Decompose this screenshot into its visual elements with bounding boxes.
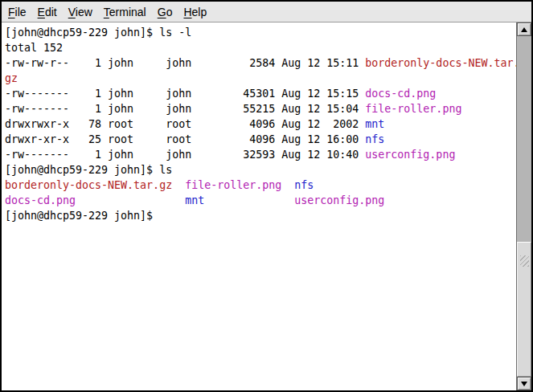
terminal-content: [john@dhcp59-229 john]$ ls -ltotal 152-r… xyxy=(2,22,531,390)
terminal-text: drwxr-xr-x 25 root root 4096 Aug 12 16:0… xyxy=(5,133,365,145)
terminal-line: [john@dhcp59-229 john]$ ls -l xyxy=(5,25,516,40)
terminal-screen[interactable]: [john@dhcp59-229 john]$ ls -ltotal 152-r… xyxy=(2,22,516,390)
file-name: mnt xyxy=(185,194,204,206)
menu-terminal[interactable]: Terminal xyxy=(98,2,152,22)
menu-go[interactable]: Go xyxy=(152,2,178,22)
menu-file-label: File xyxy=(8,6,27,18)
terminal-line: -rw------- 1 john john 55215 Aug 12 15:0… xyxy=(5,101,516,116)
terminal-line: drwxr-xr-x 25 root root 4096 Aug 12 16:0… xyxy=(5,132,516,147)
terminal-line: [john@dhcp59-229 john]$ xyxy=(5,208,516,223)
file-name: nfs xyxy=(365,133,384,145)
file-name: mnt xyxy=(365,118,384,130)
terminal-text xyxy=(76,194,185,206)
terminal-text: -rw------- 1 john john 32593 Aug 12 10:4… xyxy=(5,149,365,161)
menu-help[interactable]: Help xyxy=(178,2,212,22)
menu-file[interactable]: File xyxy=(2,2,32,22)
terminal-text: [john@dhcp59-229 john]$ ls -l xyxy=(5,27,191,39)
menu-edit[interactable]: Edit xyxy=(32,2,63,22)
terminal-line: -rw------- 1 john john 45301 Aug 12 15:1… xyxy=(5,86,516,101)
down-arrow-icon xyxy=(521,382,527,386)
terminal-text xyxy=(204,194,294,206)
file-name: userconfig.png xyxy=(294,194,384,206)
terminal-text: -rw------- 1 john john 45301 Aug 12 15:1… xyxy=(5,88,365,100)
terminal-line: borderonly-docs-NEW.tar.gz file-roller.p… xyxy=(5,178,516,193)
menu-bar: File Edit View Terminal Go Help xyxy=(2,2,531,22)
terminal-window: File Edit View Terminal Go Help [john@dh… xyxy=(0,0,533,392)
scroll-up-button[interactable] xyxy=(517,22,531,36)
file-name: docs-cd.png xyxy=(5,194,76,206)
file-name: file-roller.png xyxy=(185,179,281,191)
file-name: nfs xyxy=(294,179,314,191)
menu-help-label: Help xyxy=(183,6,207,18)
menu-view-label: View xyxy=(68,6,92,18)
file-name: docs-cd.png xyxy=(365,88,436,100)
terminal-line: total 152 xyxy=(5,40,516,55)
file-name: borderonly-docs-NEW.tar.gz xyxy=(5,179,172,191)
menu-view[interactable]: View xyxy=(63,2,98,22)
file-name: borderonly-docs-NEW.tar. xyxy=(365,57,516,69)
terminal-line: drwxrwxr-x 78 root root 4096 Aug 12 2002… xyxy=(5,116,516,132)
terminal-line: gz xyxy=(5,71,516,86)
terminal-text xyxy=(172,179,185,191)
terminal-text xyxy=(281,179,294,191)
menu-go-label: Go xyxy=(158,6,173,18)
scrollbar-grip-icon xyxy=(520,255,529,267)
file-name: file-roller.png xyxy=(365,103,461,115)
terminal-text: [john@dhcp59-229 john]$ ls xyxy=(5,164,172,176)
scrollbar-trough[interactable] xyxy=(517,36,531,377)
file-name: userconfig.png xyxy=(365,149,455,161)
terminal-text: [john@dhcp59-229 john]$ xyxy=(5,210,153,222)
terminal-text: -rw-rw-r-- 1 john john 2584 Aug 12 15:11 xyxy=(5,57,365,69)
terminal-text: -rw------- 1 john john 55215 Aug 12 15:0… xyxy=(5,103,365,115)
scrollbar-thumb[interactable] xyxy=(517,242,531,377)
vertical-scrollbar[interactable] xyxy=(516,22,531,390)
menu-terminal-label: Terminal xyxy=(104,6,146,18)
file-name: gz xyxy=(5,72,18,84)
terminal-line: -rw-rw-r-- 1 john john 2584 Aug 12 15:11… xyxy=(5,55,516,71)
scroll-down-button[interactable] xyxy=(517,377,531,390)
terminal-text: total 152 xyxy=(5,42,63,54)
up-arrow-icon xyxy=(521,27,527,32)
terminal-line: -rw------- 1 john john 32593 Aug 12 10:4… xyxy=(5,147,516,162)
terminal-text: drwxrwxr-x 78 root root 4096 Aug 12 2002 xyxy=(5,118,365,130)
terminal-line: [john@dhcp59-229 john]$ ls xyxy=(5,162,516,178)
menu-edit-label: Edit xyxy=(38,6,57,18)
terminal-line: docs-cd.png mnt userconfig.png xyxy=(5,193,516,208)
